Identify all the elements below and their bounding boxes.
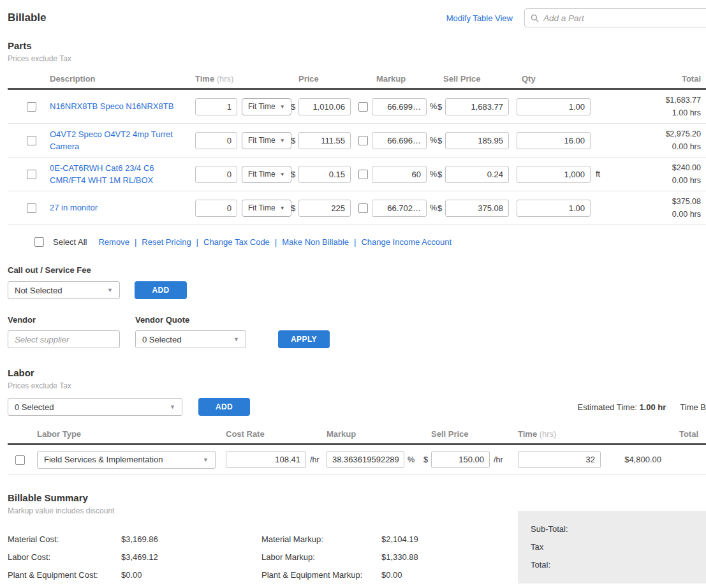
labor-row: Field Services & Implementation▼ /hr % $… [8, 445, 706, 474]
part-row: 27 in monitor Fit Time▼ $ % $ $375.080.0… [8, 191, 706, 225]
time-input[interactable] [195, 166, 237, 183]
labor-sell-price-input[interactable] [431, 451, 490, 468]
col-time: Time (hrs) [195, 74, 291, 84]
callout-select[interactable]: Not Selected▼ [8, 281, 120, 299]
markup-input[interactable] [372, 132, 427, 149]
labor-markup-input[interactable] [327, 451, 404, 468]
part-row-checkbox[interactable] [27, 136, 36, 145]
sell-price-input[interactable] [445, 98, 509, 115]
part-description-link[interactable]: 27 in monitor [50, 203, 98, 212]
change-tax-code-link[interactable]: Change Tax Code [203, 237, 270, 247]
markup-lock-checkbox[interactable] [358, 203, 368, 213]
action-separator: | [135, 237, 136, 247]
sell-price-input[interactable] [445, 132, 509, 149]
labor-cost-value: $3,469.12 [121, 552, 261, 562]
action-separator: | [354, 237, 356, 247]
sell-price-input[interactable] [445, 166, 509, 183]
price-input[interactable] [298, 166, 351, 183]
price-input[interactable] [298, 132, 351, 149]
action-separator: | [196, 237, 198, 247]
markup-input[interactable] [372, 166, 427, 183]
make-non-billable-link[interactable]: Make Non Billable [282, 237, 349, 247]
fit-time-dropdown[interactable]: Fit Time▼ [242, 200, 291, 217]
vendor-apply-button[interactable]: APPLY [278, 330, 330, 348]
add-part-input[interactable] [543, 13, 706, 23]
modify-table-view-link[interactable]: Modify Table View [446, 13, 513, 23]
time-input[interactable] [195, 200, 237, 217]
change-income-account-link[interactable]: Change Income Account [361, 237, 452, 247]
labor-tax-note: Prices exclude Tax [8, 381, 706, 390]
per-hour-label: /hr [494, 455, 503, 464]
remove-link[interactable]: Remove [98, 237, 129, 247]
cost-rate-input[interactable] [226, 451, 306, 468]
col-qty: Qty [517, 74, 614, 84]
add-part-search[interactable] [524, 8, 706, 27]
labor-controls: 0 Selected▼ ADD Estimated Time: 1.00 hr … [8, 398, 706, 416]
percent-symbol: % [430, 102, 437, 111]
part-row: 0E-CAT6RWH Cat6 23/4 C6 CMR/FT4 WHT 1M R… [8, 158, 706, 191]
topbar: Billable Modify Table View [8, 0, 706, 27]
labor-type-select[interactable]: Field Services & Implementation▼ [37, 451, 216, 469]
chevron-down-icon: ▼ [280, 172, 285, 177]
tax-label: Tax [531, 542, 543, 552]
currency-symbol: $ [438, 203, 445, 213]
currency-symbol: $ [291, 203, 298, 213]
markup-input[interactable] [372, 98, 427, 115]
reset-pricing-link[interactable]: Reset Pricing [142, 237, 191, 247]
time-input[interactable] [195, 132, 237, 149]
time-input[interactable] [195, 98, 237, 115]
parts-table: Description Time (hrs) Price Markup Sell… [8, 71, 706, 225]
total-label: Total: [531, 560, 550, 570]
qty-input[interactable] [517, 98, 591, 115]
col-cost-rate: Cost Rate [226, 429, 327, 439]
vendor-quote-label: Vendor Quote [135, 315, 262, 325]
labor-row-checkbox[interactable] [15, 455, 25, 465]
qty-input[interactable] [517, 132, 591, 149]
fit-time-dropdown[interactable]: Fit Time▼ [242, 98, 291, 115]
labor-heading: Labor [8, 367, 706, 378]
parts-heading: Parts [8, 40, 706, 51]
part-row-checkbox[interactable] [27, 203, 36, 213]
chevron-down-icon: ▼ [233, 336, 239, 342]
fit-time-dropdown[interactable]: Fit Time▼ [242, 166, 291, 183]
chevron-down-icon: ▼ [203, 457, 209, 463]
labor-time-input[interactable] [518, 451, 601, 468]
markup-lock-checkbox[interactable] [358, 170, 368, 179]
sell-price-input[interactable] [445, 200, 509, 217]
billable-page: Billable Modify Table View Parts Prices … [0, 0, 706, 588]
currency-symbol: $ [438, 102, 445, 112]
labor-table: Labor Type Cost Rate Markup Sell Price T… [8, 426, 706, 474]
plant-equipment-markup-value: $0.00 [381, 570, 477, 580]
markup-lock-checkbox[interactable] [358, 102, 368, 112]
part-description-link[interactable]: O4VT2 Speco O4VT2 4mp Turret Camera [50, 129, 173, 151]
vendor-supplier-input[interactable] [8, 330, 120, 348]
page-title: Billable [8, 11, 46, 24]
price-input[interactable] [298, 200, 351, 217]
fit-time-dropdown[interactable]: Fit Time▼ [242, 132, 291, 149]
part-row-checkbox[interactable] [27, 102, 36, 112]
vendor-quote-select[interactable]: 0 Selected▼ [135, 330, 246, 348]
col-labor-time: Time (hrs) [518, 429, 614, 439]
material-cost-value: $3,169.86 [121, 534, 261, 544]
chevron-down-icon: ▼ [107, 287, 113, 293]
currency-symbol: $ [438, 170, 445, 179]
plant-equipment-markup-label: Plant & Equipment Markup: [261, 570, 381, 580]
currency-symbol: $ [438, 136, 445, 145]
select-all-label: Select All [53, 237, 87, 247]
markup-input[interactable] [372, 200, 427, 217]
part-description-link[interactable]: 0E-CAT6RWH Cat6 23/4 C6 CMR/FT4 WHT 1M R… [50, 163, 154, 185]
part-row-checkbox[interactable] [27, 170, 36, 179]
percent-symbol: % [430, 170, 437, 179]
qty-input[interactable] [517, 166, 591, 183]
labor-select[interactable]: 0 Selected▼ [8, 398, 182, 416]
markup-lock-checkbox[interactable] [358, 136, 368, 145]
labor-add-button[interactable]: ADD [198, 398, 250, 416]
select-all-checkbox[interactable] [34, 237, 44, 247]
percent-symbol: % [408, 455, 415, 464]
part-description-link[interactable]: N16NRX8TB Speco N16NRX8TB [50, 101, 173, 111]
callout-add-button[interactable]: ADD [135, 281, 187, 299]
qty-input[interactable] [517, 200, 591, 217]
row-total: $375.080.00 hrs [614, 195, 706, 221]
price-input[interactable] [298, 98, 351, 115]
part-row: N16NRX8TB Speco N16NRX8TB Fit Time▼ $ % … [8, 90, 706, 124]
